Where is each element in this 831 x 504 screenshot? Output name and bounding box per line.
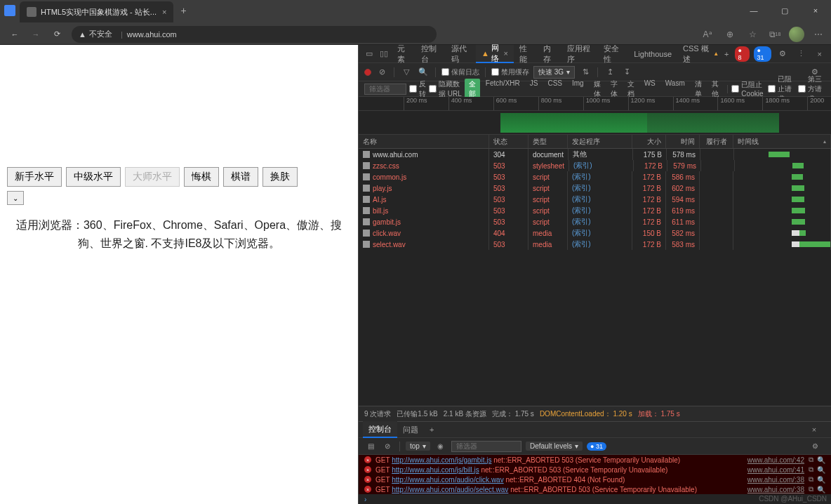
add-tab-button[interactable]: + bbox=[719, 50, 734, 58]
search-icon[interactable]: 🔍 bbox=[417, 66, 430, 79]
console-issue-badge[interactable]: ● 31 bbox=[587, 442, 606, 451]
profile-avatar[interactable] bbox=[789, 27, 804, 42]
new-tab-button[interactable]: + bbox=[173, 1, 193, 20]
devtools-tab[interactable]: ▲网络× bbox=[476, 45, 514, 63]
minimize-icon[interactable]: — bbox=[738, 0, 769, 21]
filter-type[interactable]: JS bbox=[526, 79, 543, 100]
device-toggle-icon[interactable]: ▯▯ bbox=[376, 46, 391, 62]
hide-data-url-checkbox[interactable]: 隐藏数据 URL bbox=[429, 79, 462, 99]
url-box[interactable]: ▲ 不安全 | www.ahui.com bbox=[72, 26, 437, 43]
filter-type[interactable]: 清单 bbox=[691, 79, 706, 100]
devtools-tab[interactable]: Lighthouse bbox=[628, 45, 677, 63]
col-name[interactable]: 名称 bbox=[359, 135, 489, 148]
console-tab[interactable]: 控制台 bbox=[363, 421, 397, 438]
favorites-icon[interactable]: ☆ bbox=[744, 26, 761, 43]
console-filter-input[interactable] bbox=[451, 441, 521, 452]
col-initiator[interactable]: 发起程序 bbox=[568, 135, 632, 148]
network-row[interactable]: zzsc.css503stylesheet(索引)172 B579 ms bbox=[359, 160, 831, 171]
network-table-body[interactable]: www.ahui.com304document其他175 B578 mszzsc… bbox=[359, 149, 831, 406]
timeline-ruler[interactable]: 200 ms400 ms600 ms800 ms1000 ms1200 ms14… bbox=[359, 97, 831, 111]
browser-tab[interactable]: HTML5实现中国象棋游戏 - 站长... × bbox=[20, 1, 173, 22]
insecure-badge[interactable]: ▲ 不安全 bbox=[79, 29, 112, 39]
filter-input[interactable] bbox=[364, 84, 406, 95]
close-devtools-icon[interactable]: × bbox=[813, 46, 827, 62]
back-button[interactable]: ← bbox=[4, 25, 25, 44]
context-select[interactable]: top ▾ bbox=[406, 442, 430, 451]
timeline-overview[interactable] bbox=[359, 111, 831, 135]
more-tools-icon[interactable]: ⋮ bbox=[794, 46, 808, 62]
console-error-row[interactable]: ×GET http://www.ahui.com/js/bill.js net:… bbox=[359, 465, 831, 475]
collections-icon[interactable]: ⧉18 bbox=[766, 26, 783, 43]
reload-button[interactable]: ⟳ bbox=[46, 25, 67, 44]
settings-icon[interactable]: ⚙ bbox=[776, 46, 790, 62]
blocked-cookie-checkbox[interactable]: 已阻止 Cookie bbox=[731, 80, 765, 98]
filter-type[interactable]: Img bbox=[568, 79, 588, 100]
console-error-row[interactable]: ×GET http://www.ahui.com/audio/select.wa… bbox=[359, 484, 831, 494]
inspect-icon[interactable]: ▭ bbox=[361, 46, 376, 62]
network-row[interactable]: gambit.js503script(索引)172 B611 ms bbox=[359, 216, 831, 227]
devtools-tab[interactable]: 元素 bbox=[392, 45, 416, 63]
drawer-add-tab[interactable]: + bbox=[424, 425, 439, 434]
devtools-tab[interactable]: 控制台 bbox=[416, 45, 446, 63]
throttle-select[interactable]: 快速 3G ▾ bbox=[533, 66, 575, 79]
game-button[interactable]: 换肤 bbox=[262, 167, 298, 187]
game-button[interactable]: 棋谱 bbox=[223, 167, 258, 187]
filter-type[interactable]: WS bbox=[640, 79, 660, 100]
devtools-tab[interactable]: CSS 概述 bbox=[677, 45, 716, 63]
filter-type[interactable]: 其他 bbox=[707, 79, 723, 100]
network-row[interactable]: click.wav404media(索引)150 B582 ms bbox=[359, 227, 831, 239]
console-error-row[interactable]: ×GET http://www.ahui.com/js/gambit.js ne… bbox=[359, 455, 831, 465]
close-drawer-icon[interactable]: × bbox=[806, 421, 823, 438]
clear-button[interactable]: ⊘ bbox=[375, 66, 388, 79]
game-button[interactable]: 悔棋 bbox=[184, 167, 219, 187]
issues-tab[interactable]: 问题 bbox=[397, 421, 424, 438]
export-icon[interactable]: ↧ bbox=[620, 66, 633, 79]
devtools-tab[interactable]: 安全性 bbox=[598, 45, 628, 63]
close-window-icon[interactable]: × bbox=[800, 0, 831, 21]
close-tab-icon[interactable]: × bbox=[162, 8, 166, 16]
forward-button[interactable]: → bbox=[25, 25, 46, 44]
console-sidebar-icon[interactable]: ▤ bbox=[364, 440, 377, 453]
game-button[interactable]: 新手水平 bbox=[7, 167, 62, 187]
network-row[interactable]: select.wav503media(索引)172 B583 ms bbox=[359, 239, 831, 250]
filter-type[interactable]: 全部 bbox=[465, 79, 480, 100]
network-conditions-icon[interactable]: ⇅ bbox=[579, 66, 592, 79]
devtools-tab[interactable]: 源代码 bbox=[446, 45, 476, 63]
preserve-log-checkbox[interactable]: 保留日志 bbox=[441, 67, 479, 77]
live-expression-icon[interactable]: ◉ bbox=[434, 440, 447, 453]
network-row[interactable]: bill.js503script(索引)172 B619 ms bbox=[359, 205, 831, 216]
console-error-row[interactable]: ×GET http://www.ahui.com/audio/click.wav… bbox=[359, 475, 831, 484]
filter-type[interactable]: CSS bbox=[543, 79, 566, 100]
col-time[interactable]: 时间 bbox=[666, 135, 700, 148]
record-button[interactable] bbox=[364, 69, 371, 76]
console-clear-icon[interactable]: ⊘ bbox=[381, 440, 394, 453]
col-size[interactable]: 大小 bbox=[632, 135, 666, 148]
filter-type[interactable]: 字体 bbox=[606, 79, 622, 100]
disable-cache-checkbox[interactable]: 禁用缓存 bbox=[491, 67, 529, 77]
network-row[interactable]: common.js503script(索引)172 B586 ms bbox=[359, 171, 831, 183]
maximize-icon[interactable]: ▢ bbox=[769, 0, 800, 21]
game-button[interactable]: 中级水平 bbox=[66, 167, 121, 187]
import-icon[interactable]: ↥ bbox=[604, 66, 616, 79]
filter-type[interactable]: Wasm bbox=[661, 79, 689, 100]
console-settings-icon[interactable]: ⚙ bbox=[809, 440, 821, 453]
filter-type[interactable]: 文档 bbox=[623, 79, 639, 100]
filter-toggle-icon[interactable]: ▽ bbox=[400, 66, 413, 79]
col-status[interactable]: 状态 bbox=[489, 135, 528, 148]
network-row[interactable]: AI.js503script(索引)172 B594 ms bbox=[359, 194, 831, 205]
error-count-badge[interactable]: ● 8 bbox=[735, 46, 750, 62]
network-table-header[interactable]: 名称 状态 类型 发起程序 大小 时间 履行者 时间线▴ bbox=[359, 135, 831, 149]
more-icon[interactable]: ⋯ bbox=[810, 26, 827, 43]
log-levels-select[interactable]: Default levels ▾ bbox=[526, 442, 583, 451]
info-count-badge[interactable]: ● 31 bbox=[754, 46, 771, 62]
devtools-tab[interactable]: 内存 bbox=[538, 45, 561, 63]
invert-checkbox[interactable]: 反转 bbox=[409, 79, 426, 99]
zoom-icon[interactable]: ⊕ bbox=[722, 26, 738, 43]
skin-dropdown[interactable]: ⌄ bbox=[7, 191, 24, 205]
network-row[interactable]: www.ahui.com304document其他175 B578 ms bbox=[359, 149, 831, 160]
filter-type[interactable]: 媒体 bbox=[590, 79, 605, 100]
network-row[interactable]: play.js503script(索引)172 B602 ms bbox=[359, 183, 831, 194]
devtools-tab[interactable]: 性能 bbox=[514, 45, 538, 63]
col-executor[interactable]: 履行者 bbox=[700, 135, 733, 148]
filter-type[interactable]: Fetch/XHR bbox=[481, 79, 524, 100]
